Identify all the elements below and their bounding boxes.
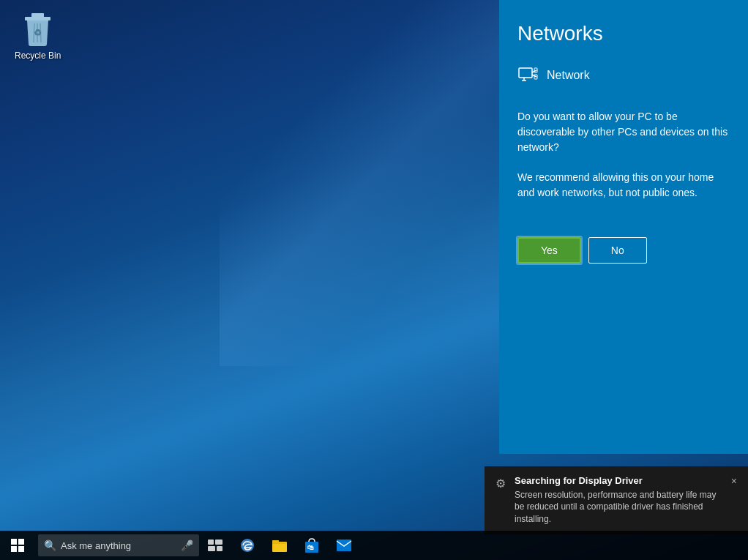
recycle-bin-svg: ♻ [21, 11, 54, 48]
recycle-bin-icon[interactable]: ♻ Recycle Bin [11, 7, 64, 64]
network-recommendation: We recommend allowing this on your home … [517, 170, 730, 201]
network-question: Do you want to allow your PC to be disco… [517, 109, 730, 155]
svg-rect-15 [208, 546, 215, 551]
windows-logo [11, 539, 24, 552]
recycle-bin-label: Recycle Bin [15, 51, 61, 61]
svg-rect-23 [337, 540, 351, 551]
network-item[interactable]: Network [517, 64, 730, 87]
taskbar-right [741, 531, 748, 560]
notification-close-button[interactable]: × [731, 475, 737, 487]
notification-toast: ⚙ Searching for Display Driver Screen re… [485, 466, 748, 534]
mail-button[interactable] [328, 531, 360, 560]
search-icon: 🔍 [44, 540, 56, 551]
taskview-button[interactable] [199, 531, 231, 560]
store-button[interactable]: 🛍 [296, 531, 328, 560]
store-icon: 🛍 [304, 537, 319, 553]
networks-panel: Networks Network Do you want to allow yo… [499, 0, 748, 454]
svg-rect-16 [217, 546, 222, 551]
svg-rect-20 [272, 540, 279, 543]
mail-icon [336, 539, 352, 552]
explorer-icon [272, 538, 288, 553]
explorer-button[interactable] [263, 531, 296, 560]
no-button[interactable]: No [588, 237, 647, 264]
svg-rect-6 [519, 68, 532, 78]
desktop: ♻ Recycle Bin Networks Network [0, 0, 748, 560]
network-label: Network [547, 69, 590, 82]
notification-body: Screen resolution, performance and batte… [515, 489, 722, 526]
notification-title: Searching for Display Driver [515, 475, 722, 486]
search-input-text: Ask me anything [61, 540, 131, 551]
edge-icon [239, 537, 255, 553]
edge-button[interactable] [231, 531, 263, 560]
network-icon [517, 64, 538, 87]
buttons-row: Yes No [517, 237, 730, 264]
svg-text:🛍: 🛍 [307, 544, 314, 551]
microphone-icon[interactable]: 🎤 [181, 540, 193, 551]
svg-rect-1 [31, 13, 44, 18]
svg-rect-13 [208, 540, 214, 545]
notification-content: Searching for Display Driver Screen reso… [515, 475, 722, 526]
settings-icon: ⚙ [495, 477, 506, 490]
svg-text:♻: ♻ [34, 28, 42, 38]
taskbar: 🔍 Ask me anything 🎤 [0, 531, 748, 560]
svg-rect-14 [215, 540, 222, 545]
yes-button[interactable]: Yes [517, 237, 581, 264]
networks-title: Networks [517, 22, 730, 45]
taskview-icon [208, 540, 222, 551]
search-bar[interactable]: 🔍 Ask me anything 🎤 [38, 534, 199, 556]
start-button[interactable] [0, 531, 35, 560]
